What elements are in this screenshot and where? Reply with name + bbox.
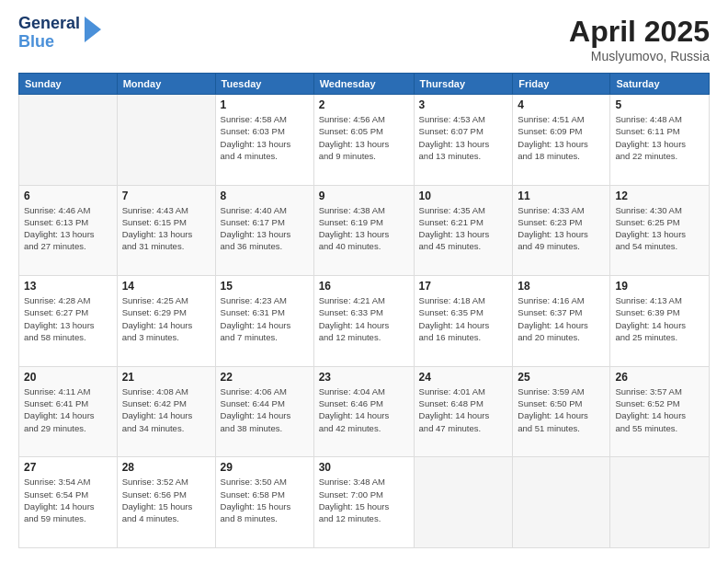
- title-block: April 2025 Muslyumovo, Russia: [569, 15, 710, 63]
- day-number: 26: [615, 371, 704, 384]
- day-number: 6: [24, 190, 112, 202]
- day-number: 2: [319, 98, 409, 111]
- day-number: 8: [221, 190, 309, 202]
- day-info: Sunrise: 4:43 AMSunset: 6:15 PMDaylight:…: [122, 204, 210, 253]
- day-info: Sunrise: 4:51 AMSunset: 6:09 PMDaylight:…: [518, 113, 605, 162]
- calendar-cell: 30Sunrise: 3:48 AMSunset: 7:00 PMDayligh…: [313, 457, 414, 548]
- calendar-cell: 23Sunrise: 4:04 AMSunset: 6:46 PMDayligh…: [313, 366, 414, 457]
- calendar-cell: 20Sunrise: 4:11 AMSunset: 6:41 PMDayligh…: [19, 366, 118, 457]
- calendar-cell: 2Sunrise: 4:56 AMSunset: 6:05 PMDaylight…: [313, 95, 414, 186]
- calendar-cell: 27Sunrise: 3:54 AMSunset: 6:54 PMDayligh…: [19, 457, 118, 548]
- day-number: 15: [221, 280, 309, 293]
- day-info: Sunrise: 4:35 AMSunset: 6:21 PMDaylight:…: [419, 204, 508, 253]
- day-info: Sunrise: 4:23 AMSunset: 6:31 PMDaylight:…: [221, 294, 309, 343]
- day-number: 3: [419, 98, 508, 111]
- calendar-week-4: 20Sunrise: 4:11 AMSunset: 6:41 PMDayligh…: [19, 366, 710, 457]
- calendar-cell: 19Sunrise: 4:13 AMSunset: 6:39 PMDayligh…: [610, 276, 710, 367]
- day-info: Sunrise: 4:08 AMSunset: 6:42 PMDaylight:…: [122, 385, 210, 434]
- day-info: Sunrise: 4:53 AMSunset: 6:07 PMDaylight:…: [419, 113, 508, 162]
- logo-general: General: [18, 15, 80, 33]
- day-number: 7: [122, 190, 210, 202]
- day-number: 20: [24, 371, 112, 384]
- day-info: Sunrise: 4:04 AMSunset: 6:46 PMDaylight:…: [319, 385, 409, 434]
- day-info: Sunrise: 4:48 AMSunset: 6:11 PMDaylight:…: [615, 113, 704, 162]
- calendar-cell: 9Sunrise: 4:38 AMSunset: 6:19 PMDaylight…: [313, 185, 414, 276]
- logo: General Blue: [18, 15, 101, 52]
- day-number: 25: [518, 371, 605, 384]
- calendar-cell: 24Sunrise: 4:01 AMSunset: 6:48 PMDayligh…: [414, 366, 513, 457]
- calendar-cell: 17Sunrise: 4:18 AMSunset: 6:35 PMDayligh…: [414, 276, 513, 367]
- calendar-cell: 3Sunrise: 4:53 AMSunset: 6:07 PMDaylight…: [414, 95, 513, 186]
- day-number: 11: [518, 190, 605, 202]
- column-header-wednesday: Wednesday: [313, 74, 414, 95]
- calendar-cell: [117, 95, 215, 186]
- day-info: Sunrise: 4:01 AMSunset: 6:48 PMDaylight:…: [419, 385, 508, 434]
- svg-marker-0: [85, 17, 101, 42]
- day-number: 28: [122, 461, 210, 474]
- calendar-cell: 29Sunrise: 3:50 AMSunset: 6:58 PMDayligh…: [215, 457, 313, 548]
- calendar-cell: 6Sunrise: 4:46 AMSunset: 6:13 PMDaylight…: [19, 185, 118, 276]
- day-info: Sunrise: 3:48 AMSunset: 7:00 PMDaylight:…: [319, 476, 409, 524]
- calendar-week-2: 6Sunrise: 4:46 AMSunset: 6:13 PMDaylight…: [19, 185, 710, 276]
- calendar-week-5: 27Sunrise: 3:54 AMSunset: 6:54 PMDayligh…: [19, 457, 710, 548]
- calendar-week-3: 13Sunrise: 4:28 AMSunset: 6:27 PMDayligh…: [19, 276, 710, 367]
- day-number: 9: [319, 190, 409, 202]
- location: Muslyumovo, Russia: [569, 49, 710, 63]
- day-info: Sunrise: 4:38 AMSunset: 6:19 PMDaylight:…: [319, 204, 409, 253]
- day-info: Sunrise: 4:33 AMSunset: 6:23 PMDaylight:…: [518, 204, 605, 253]
- day-number: 16: [319, 280, 409, 293]
- day-info: Sunrise: 4:40 AMSunset: 6:17 PMDaylight:…: [221, 204, 309, 253]
- calendar-cell: 25Sunrise: 3:59 AMSunset: 6:50 PMDayligh…: [513, 366, 610, 457]
- day-info: Sunrise: 4:21 AMSunset: 6:33 PMDaylight:…: [319, 294, 409, 343]
- day-info: Sunrise: 4:28 AMSunset: 6:27 PMDaylight:…: [24, 294, 112, 343]
- calendar-cell: 22Sunrise: 4:06 AMSunset: 6:44 PMDayligh…: [215, 366, 313, 457]
- calendar-cell: [610, 457, 710, 548]
- day-number: 4: [518, 98, 605, 111]
- month-title: April 2025: [569, 15, 710, 49]
- day-number: 27: [24, 461, 112, 474]
- calendar-cell: 28Sunrise: 3:52 AMSunset: 6:56 PMDayligh…: [117, 457, 215, 548]
- day-info: Sunrise: 3:52 AMSunset: 6:56 PMDaylight:…: [122, 476, 210, 524]
- day-info: Sunrise: 4:56 AMSunset: 6:05 PMDaylight:…: [319, 113, 409, 162]
- day-number: 12: [615, 190, 704, 202]
- day-number: 29: [221, 461, 309, 474]
- header: General Blue April 2025 Muslyumovo, Russ…: [18, 15, 710, 63]
- logo-arrow-icon: [85, 17, 101, 46]
- calendar-cell: 16Sunrise: 4:21 AMSunset: 6:33 PMDayligh…: [313, 276, 414, 367]
- day-info: Sunrise: 3:54 AMSunset: 6:54 PMDaylight:…: [24, 476, 112, 524]
- calendar: SundayMondayTuesdayWednesdayThursdayFrid…: [18, 73, 710, 548]
- calendar-header-row: SundayMondayTuesdayWednesdayThursdayFrid…: [19, 74, 710, 95]
- calendar-cell: 26Sunrise: 3:57 AMSunset: 6:52 PMDayligh…: [610, 366, 710, 457]
- day-info: Sunrise: 4:13 AMSunset: 6:39 PMDaylight:…: [615, 294, 704, 343]
- day-number: 14: [122, 280, 210, 293]
- day-info: Sunrise: 4:06 AMSunset: 6:44 PMDaylight:…: [221, 385, 309, 434]
- day-number: 13: [24, 280, 112, 293]
- day-info: Sunrise: 4:46 AMSunset: 6:13 PMDaylight:…: [24, 204, 112, 253]
- day-number: 5: [615, 98, 704, 111]
- calendar-cell: 21Sunrise: 4:08 AMSunset: 6:42 PMDayligh…: [117, 366, 215, 457]
- column-header-friday: Friday: [513, 74, 610, 95]
- calendar-cell: 10Sunrise: 4:35 AMSunset: 6:21 PMDayligh…: [414, 185, 513, 276]
- calendar-cell: [414, 457, 513, 548]
- calendar-cell: 7Sunrise: 4:43 AMSunset: 6:15 PMDaylight…: [117, 185, 215, 276]
- day-info: Sunrise: 4:30 AMSunset: 6:25 PMDaylight:…: [615, 204, 704, 253]
- day-number: 10: [419, 190, 508, 202]
- day-number: 21: [122, 371, 210, 384]
- day-number: 19: [615, 280, 704, 293]
- calendar-week-1: 1Sunrise: 4:58 AMSunset: 6:03 PMDaylight…: [19, 95, 710, 186]
- day-info: Sunrise: 3:59 AMSunset: 6:50 PMDaylight:…: [518, 385, 605, 434]
- calendar-cell: 1Sunrise: 4:58 AMSunset: 6:03 PMDaylight…: [215, 95, 313, 186]
- calendar-cell: 8Sunrise: 4:40 AMSunset: 6:17 PMDaylight…: [215, 185, 313, 276]
- calendar-cell: 14Sunrise: 4:25 AMSunset: 6:29 PMDayligh…: [117, 276, 215, 367]
- calendar-cell: [19, 95, 118, 186]
- day-number: 24: [419, 371, 508, 384]
- calendar-cell: 18Sunrise: 4:16 AMSunset: 6:37 PMDayligh…: [513, 276, 610, 367]
- day-info: Sunrise: 3:50 AMSunset: 6:58 PMDaylight:…: [221, 476, 309, 524]
- day-info: Sunrise: 4:18 AMSunset: 6:35 PMDaylight:…: [419, 294, 508, 343]
- day-info: Sunrise: 4:16 AMSunset: 6:37 PMDaylight:…: [518, 294, 605, 343]
- day-info: Sunrise: 4:11 AMSunset: 6:41 PMDaylight:…: [24, 385, 112, 434]
- column-header-saturday: Saturday: [610, 74, 710, 95]
- column-header-thursday: Thursday: [414, 74, 513, 95]
- column-header-tuesday: Tuesday: [215, 74, 313, 95]
- column-header-sunday: Sunday: [19, 74, 118, 95]
